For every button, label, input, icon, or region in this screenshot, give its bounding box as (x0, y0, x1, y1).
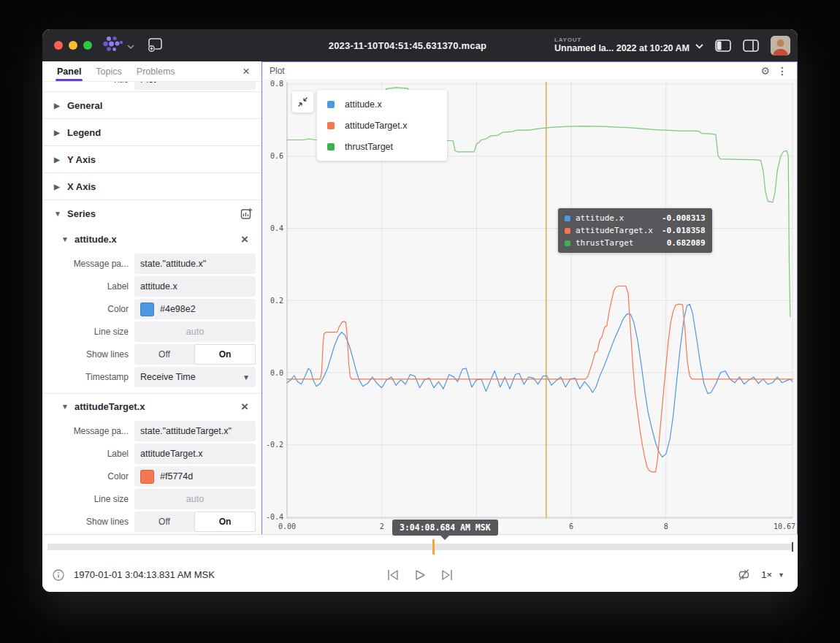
show-lines-toggle: Off On (134, 344, 256, 365)
timeline-scrubber (42, 535, 798, 558)
show-lines-off-button[interactable]: Off (134, 344, 194, 365)
panel-menu-kebab-icon[interactable]: ⋮ (774, 66, 791, 76)
layout-selector[interactable]: LAYOUT Unnamed la... 2022 at 10:20 AM (554, 37, 703, 54)
sidebar-close-icon[interactable]: × (238, 65, 254, 77)
close-window-button[interactable] (54, 41, 63, 50)
info-icon[interactable] (53, 569, 64, 581)
show-lines-off-button[interactable]: Off (134, 511, 194, 532)
field-label: Color (42, 471, 134, 482)
show-lines-on-button[interactable]: On (194, 344, 256, 365)
titlebar: 2023-11-10T04:51:45.631370.mcap LAYOUT U… (42, 29, 798, 61)
legend-label: thrustTarget (345, 142, 393, 152)
svg-text:-0.2: -0.2 (266, 441, 283, 449)
foxglove-logo-icon[interactable] (102, 36, 124, 55)
collapsed-caret-icon: ▶ (54, 129, 60, 137)
show-lines-toggle: Off On (134, 511, 256, 532)
legend-collapse-button[interactable] (292, 91, 313, 113)
scrubber-hover-time-tooltip: 3:04:08.684 AM MSK (392, 520, 498, 536)
section-series[interactable]: ▼ Series (42, 199, 261, 227)
left-sidebar-toggle-icon[interactable] (715, 39, 731, 52)
legend-item-thrust-target[interactable]: thrustTarget (317, 136, 447, 157)
sidebar-tabs: Panel Topics Problems × (42, 61, 261, 82)
label-input[interactable]: attitudeTarget.x (134, 444, 256, 464)
scrubber-playhead[interactable] (432, 539, 435, 555)
color-hex: #f5774d (160, 471, 193, 482)
series-header-attitude-x[interactable]: ▼ attitude.x × (42, 227, 261, 251)
line-size-input[interactable]: auto (134, 322, 256, 342)
tooltip-row: thrustTarget 0.682089 (565, 237, 706, 249)
seek-forward-icon[interactable] (440, 568, 454, 582)
add-series-icon[interactable] (240, 208, 253, 220)
plot-panel: Plot ⚙ ⋮ 0.80.60.40.20.0-0.2-0.40.002468… (261, 61, 798, 535)
section-legend[interactable]: ▶ Legend (42, 118, 261, 145)
add-panel-icon[interactable] (146, 37, 164, 53)
legend-label: attitudeTarget.x (345, 121, 407, 131)
legend-item-attitude-x[interactable]: attitude.x (317, 94, 447, 115)
app-menu-chevron-icon[interactable] (127, 39, 134, 52)
series-name: attitude.x (75, 234, 117, 245)
loop-disabled-icon[interactable] (737, 568, 751, 582)
expanded-caret-icon: ▼ (61, 403, 69, 411)
section-label: General (67, 100, 102, 111)
svg-text:6: 6 (569, 522, 573, 530)
chart-region: 0.80.60.40.20.0-0.2-0.40.00246810.67 att… (262, 79, 797, 534)
title-field-input[interactable]: Plot (134, 82, 256, 90)
field-color: Color #4e98e2 (42, 299, 256, 319)
svg-text:0.6: 0.6 (270, 152, 283, 160)
seek-backward-icon[interactable] (386, 568, 400, 582)
show-lines-on-button[interactable]: On (194, 511, 256, 532)
field-message-path: Message pa... state."attitude.x" (42, 254, 256, 274)
current-timestamp: 1970-01-01 3:04:13.831 AM MSK (74, 569, 215, 580)
field-label: Show lines (42, 349, 134, 359)
layout-chevron-icon (695, 39, 703, 52)
tooltip-row: attitude.x -0.008313 (565, 212, 706, 224)
tab-problems[interactable]: Problems (129, 61, 183, 81)
section-general[interactable]: ▶ General (42, 91, 261, 118)
series-header-attitude-target-x[interactable]: ▼ attitudeTarget.x × (42, 393, 261, 419)
title-field-label: Title (42, 82, 134, 85)
delete-series-icon[interactable]: × (237, 400, 253, 413)
maximize-window-button[interactable] (83, 41, 92, 50)
color-swatch[interactable] (140, 470, 154, 484)
legend-swatch[interactable] (327, 101, 335, 108)
hover-values-tooltip: attitude.x -0.008313 attitudeTarget.x -0… (558, 208, 712, 253)
color-input[interactable]: #4e98e2 (134, 299, 256, 319)
message-path-input[interactable]: state."attitudeTarget.x" (134, 421, 256, 441)
right-sidebar-toggle-icon[interactable] (743, 39, 759, 52)
plot-legend: attitude.x attitudeTarget.x thrustTarget (317, 90, 447, 161)
tab-topics[interactable]: Topics (88, 61, 129, 81)
scrubber-track[interactable] (47, 544, 793, 550)
minimize-window-button[interactable] (69, 41, 77, 50)
line-size-input[interactable]: auto (134, 489, 256, 509)
user-avatar[interactable] (771, 36, 790, 56)
svg-text:0.00: 0.00 (278, 522, 296, 530)
window-controls (54, 41, 92, 50)
field-label: Message pa... (42, 426, 134, 436)
field-label: Color (42, 304, 134, 314)
timestamp-select[interactable]: Receive Time ▼ (134, 367, 256, 387)
field-line-size: Line size auto (42, 489, 256, 509)
section-label: X Axis (67, 181, 96, 192)
plot-panel-header[interactable]: Plot ⚙ ⋮ (262, 62, 797, 79)
legend-swatch[interactable] (327, 143, 335, 151)
color-hex: #4e98e2 (160, 304, 196, 314)
color-swatch[interactable] (140, 303, 154, 316)
section-label: Y Axis (67, 154, 96, 165)
legend-item-attitude-target-x[interactable]: attitudeTarget.x (317, 115, 447, 136)
playback-speed-select[interactable]: 1× ▼ (761, 569, 784, 580)
field-show-lines: Show lines Off On (42, 344, 256, 365)
message-path-input[interactable]: state."attitude.x" (134, 254, 256, 274)
label-input[interactable]: attitude.x (134, 276, 256, 297)
section-y-axis[interactable]: ▶ Y Axis (42, 145, 261, 172)
svg-text:2: 2 (380, 522, 384, 530)
tooltip-row: attitudeTarget.x -0.018358 (565, 224, 706, 237)
delete-series-icon[interactable]: × (237, 233, 253, 246)
tab-panel[interactable]: Panel (50, 61, 88, 81)
panel-settings-gear-icon[interactable]: ⚙ (757, 66, 774, 76)
section-x-axis[interactable]: ▶ X Axis (42, 172, 261, 199)
svg-text:0.4: 0.4 (270, 224, 283, 232)
main-area: Panel Topics Problems × Title Plot ▶ Gen… (42, 61, 798, 535)
color-input[interactable]: #f5774d (134, 466, 256, 487)
play-button-icon[interactable] (413, 568, 427, 582)
legend-swatch[interactable] (327, 122, 335, 129)
